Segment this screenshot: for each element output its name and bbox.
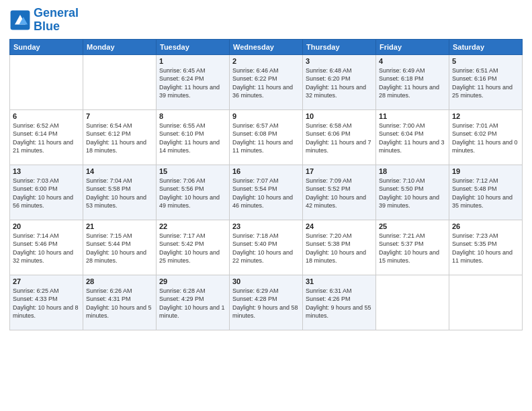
day-number: 29 <box>159 277 226 285</box>
calendar-cell: 13Sunrise: 7:03 AMSunset: 6:00 PMDayligh… <box>10 165 83 220</box>
day-info: Sunrise: 7:17 AMSunset: 5:42 PMDaylight:… <box>159 232 226 265</box>
day-number: 25 <box>379 222 446 230</box>
day-info: Sunrise: 6:26 AMSunset: 4:31 PMDaylight:… <box>86 287 153 320</box>
day-info: Sunrise: 7:21 AMSunset: 5:37 PMDaylight:… <box>379 232 446 265</box>
day-info: Sunrise: 6:58 AMSunset: 6:06 PMDaylight:… <box>306 122 373 155</box>
day-number: 14 <box>86 167 153 175</box>
calendar-cell: 16Sunrise: 7:07 AMSunset: 5:54 PMDayligh… <box>230 165 303 220</box>
calendar-week-1: 1Sunrise: 6:45 AMSunset: 6:24 PMDaylight… <box>10 54 523 109</box>
day-info: Sunrise: 6:55 AMSunset: 6:10 PMDaylight:… <box>159 122 226 155</box>
day-number: 17 <box>306 167 373 175</box>
calendar-cell: 11Sunrise: 7:00 AMSunset: 6:04 PMDayligh… <box>376 109 449 165</box>
day-info: Sunrise: 7:01 AMSunset: 6:02 PMDaylight:… <box>452 122 519 155</box>
day-number: 22 <box>159 222 226 230</box>
logo-line2: Blue <box>34 20 79 34</box>
day-number: 30 <box>232 277 300 285</box>
day-number: 27 <box>13 277 80 285</box>
calendar-cell: 18Sunrise: 7:10 AMSunset: 5:50 PMDayligh… <box>376 165 449 220</box>
day-number: 24 <box>306 222 373 230</box>
day-info: Sunrise: 7:12 AMSunset: 5:48 PMDaylight:… <box>452 177 519 210</box>
calendar-table: SundayMondayTuesdayWednesdayThursdayFrid… <box>9 39 523 330</box>
weekday-header-friday: Friday <box>376 39 449 54</box>
day-number: 8 <box>159 112 226 120</box>
day-number: 1 <box>159 57 226 65</box>
day-info: Sunrise: 7:18 AMSunset: 5:40 PMDaylight:… <box>232 232 300 265</box>
page: General Blue SundayMondayTuesdayWednesda… <box>0 0 532 411</box>
calendar-cell: 26Sunrise: 7:23 AMSunset: 5:35 PMDayligh… <box>449 220 523 275</box>
logo-icon <box>9 9 31 31</box>
calendar-cell: 23Sunrise: 7:18 AMSunset: 5:40 PMDayligh… <box>230 220 303 275</box>
day-number: 10 <box>306 112 373 120</box>
calendar-cell: 4Sunrise: 6:49 AMSunset: 6:18 PMDaylight… <box>376 54 449 109</box>
calendar-cell: 12Sunrise: 7:01 AMSunset: 6:02 PMDayligh… <box>449 109 523 165</box>
calendar-cell: 1Sunrise: 6:45 AMSunset: 6:24 PMDaylight… <box>157 54 230 109</box>
day-info: Sunrise: 6:57 AMSunset: 6:08 PMDaylight:… <box>232 122 300 155</box>
weekday-header-sunday: Sunday <box>10 39 83 54</box>
calendar-cell: 6Sunrise: 6:52 AMSunset: 6:14 PMDaylight… <box>10 109 83 165</box>
calendar-week-4: 20Sunrise: 7:14 AMSunset: 5:46 PMDayligh… <box>10 220 523 275</box>
day-info: Sunrise: 6:46 AMSunset: 6:22 PMDaylight:… <box>232 66 300 100</box>
calendar-cell: 27Sunrise: 6:25 AMSunset: 4:33 PMDayligh… <box>10 275 83 330</box>
weekday-header-row: SundayMondayTuesdayWednesdayThursdayFrid… <box>10 39 523 54</box>
calendar-cell: 2Sunrise: 6:46 AMSunset: 6:22 PMDaylight… <box>230 54 303 109</box>
day-number: 26 <box>452 222 519 230</box>
day-info: Sunrise: 7:06 AMSunset: 5:56 PMDaylight:… <box>159 177 226 210</box>
weekday-header-tuesday: Tuesday <box>157 39 230 54</box>
day-number: 19 <box>452 167 519 175</box>
logo: General Blue <box>9 7 79 34</box>
day-number: 6 <box>13 112 80 120</box>
day-info: Sunrise: 6:28 AMSunset: 4:29 PMDaylight:… <box>159 287 226 320</box>
calendar-week-3: 13Sunrise: 7:03 AMSunset: 6:00 PMDayligh… <box>10 165 523 220</box>
weekday-header-thursday: Thursday <box>303 39 376 54</box>
day-number: 31 <box>306 277 373 285</box>
calendar-cell: 24Sunrise: 7:20 AMSunset: 5:38 PMDayligh… <box>303 220 376 275</box>
calendar-cell: 9Sunrise: 6:57 AMSunset: 6:08 PMDaylight… <box>230 109 303 165</box>
day-info: Sunrise: 7:10 AMSunset: 5:50 PMDaylight:… <box>379 177 446 210</box>
day-number: 11 <box>379 112 446 120</box>
day-info: Sunrise: 6:29 AMSunset: 4:28 PMDaylight:… <box>232 287 300 320</box>
calendar-body: 1Sunrise: 6:45 AMSunset: 6:24 PMDaylight… <box>10 54 523 330</box>
day-number: 23 <box>232 222 300 230</box>
day-number: 20 <box>13 222 80 230</box>
day-number: 3 <box>306 57 373 65</box>
day-number: 28 <box>86 277 153 285</box>
day-number: 18 <box>379 167 446 175</box>
calendar-cell: 3Sunrise: 6:48 AMSunset: 6:20 PMDaylight… <box>303 54 376 109</box>
logo-line1: General <box>34 7 79 20</box>
day-number: 12 <box>452 112 519 120</box>
weekday-header-wednesday: Wednesday <box>230 39 303 54</box>
day-number: 7 <box>86 112 153 120</box>
day-number: 16 <box>232 167 300 175</box>
day-info: Sunrise: 6:31 AMSunset: 4:26 PMDaylight:… <box>306 287 373 320</box>
weekday-header-saturday: Saturday <box>449 39 523 54</box>
calendar-cell: 10Sunrise: 6:58 AMSunset: 6:06 PMDayligh… <box>303 109 376 165</box>
day-number: 5 <box>452 57 519 65</box>
header: General Blue <box>9 7 523 34</box>
day-info: Sunrise: 6:45 AMSunset: 6:24 PMDaylight:… <box>159 66 226 100</box>
day-info: Sunrise: 7:23 AMSunset: 5:35 PMDaylight:… <box>452 232 519 265</box>
logo-text: General Blue <box>34 7 79 34</box>
day-number: 21 <box>86 222 153 230</box>
calendar-cell: 21Sunrise: 7:15 AMSunset: 5:44 PMDayligh… <box>83 220 157 275</box>
day-info: Sunrise: 6:51 AMSunset: 6:16 PMDaylight:… <box>452 66 519 100</box>
calendar-cell: 22Sunrise: 7:17 AMSunset: 5:42 PMDayligh… <box>157 220 230 275</box>
calendar-cell: 31Sunrise: 6:31 AMSunset: 4:26 PMDayligh… <box>303 275 376 330</box>
day-info: Sunrise: 6:54 AMSunset: 6:12 PMDaylight:… <box>86 122 153 155</box>
calendar-week-5: 27Sunrise: 6:25 AMSunset: 4:33 PMDayligh… <box>10 275 523 330</box>
calendar-week-2: 6Sunrise: 6:52 AMSunset: 6:14 PMDaylight… <box>10 109 523 165</box>
calendar-cell: 7Sunrise: 6:54 AMSunset: 6:12 PMDaylight… <box>83 109 157 165</box>
calendar-cell <box>376 275 449 330</box>
calendar-cell <box>10 54 83 109</box>
calendar-cell <box>449 275 523 330</box>
day-info: Sunrise: 7:20 AMSunset: 5:38 PMDaylight:… <box>306 232 373 265</box>
calendar-header: SundayMondayTuesdayWednesdayThursdayFrid… <box>10 39 523 54</box>
day-info: Sunrise: 7:03 AMSunset: 6:00 PMDaylight:… <box>13 177 80 210</box>
calendar-cell: 19Sunrise: 7:12 AMSunset: 5:48 PMDayligh… <box>449 165 523 220</box>
calendar-cell: 15Sunrise: 7:06 AMSunset: 5:56 PMDayligh… <box>157 165 230 220</box>
calendar-cell: 14Sunrise: 7:04 AMSunset: 5:58 PMDayligh… <box>83 165 157 220</box>
calendar-cell <box>83 54 157 109</box>
day-number: 9 <box>232 112 300 120</box>
calendar-cell: 20Sunrise: 7:14 AMSunset: 5:46 PMDayligh… <box>10 220 83 275</box>
calendar-cell: 8Sunrise: 6:55 AMSunset: 6:10 PMDaylight… <box>157 109 230 165</box>
day-info: Sunrise: 7:09 AMSunset: 5:52 PMDaylight:… <box>306 177 373 210</box>
